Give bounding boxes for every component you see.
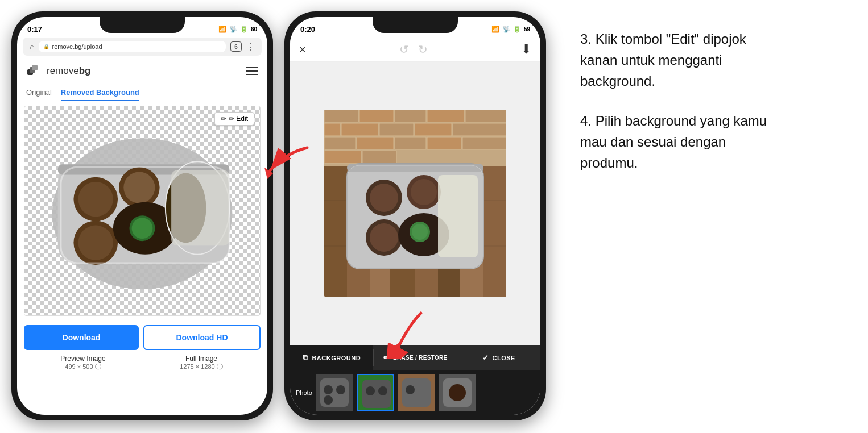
photo-label: Photo <box>296 389 312 396</box>
svg-point-69 <box>324 395 333 405</box>
svg-rect-39 <box>341 123 378 136</box>
url-bar[interactable]: 🔒 remove.bg/upload <box>39 41 226 52</box>
svg-point-76 <box>406 385 415 394</box>
edited-image <box>324 110 506 297</box>
image-area: ✏ ✏ Edit <box>24 106 261 316</box>
download-hd-button[interactable]: Download HD <box>143 325 261 350</box>
more-menu-icon[interactable]: ⋮ <box>246 41 255 52</box>
app-logo: removebg <box>26 65 90 77</box>
svg-rect-35 <box>359 110 394 122</box>
photo-thumb-3[interactable] <box>398 374 435 411</box>
photo-strip: Photo <box>290 370 540 415</box>
logo-icon <box>26 65 42 77</box>
app-header: removebg <box>17 60 267 82</box>
svg-rect-43 <box>324 123 340 136</box>
svg-point-7 <box>78 182 113 216</box>
svg-rect-50 <box>362 151 396 163</box>
svg-point-68 <box>336 385 345 394</box>
home-icon[interactable]: ⌂ <box>30 42 34 51</box>
svg-point-73 <box>378 386 387 395</box>
background-tab[interactable]: ⧉ BACKGROUND <box>290 345 373 370</box>
instructions-panel: 3. Klik tombol "Edit" dipojok kanan untu… <box>557 11 785 202</box>
svg-rect-46 <box>395 137 426 149</box>
redo-icon[interactable]: ↻ <box>418 43 428 56</box>
layers-icon: ⧉ <box>303 353 309 363</box>
step-3-text: 3. Klik tombol "Edit" dipojok kanan untu… <box>580 28 768 92</box>
svg-rect-75 <box>402 378 431 407</box>
svg-rect-44 <box>324 137 356 149</box>
signal-icon: 📶 <box>218 26 226 33</box>
wifi-icon: 📡 <box>229 26 237 33</box>
svg-rect-40 <box>379 123 414 136</box>
svg-point-17 <box>132 218 153 239</box>
signal-icon-2: 📶 <box>491 26 499 33</box>
red-arrow-2 <box>381 307 438 361</box>
svg-rect-48 <box>462 137 506 149</box>
undo-icon[interactable]: ↺ <box>399 43 409 56</box>
full-label: Full Image <box>142 355 261 363</box>
close-icon[interactable]: × <box>299 43 306 56</box>
svg-rect-71 <box>362 380 391 408</box>
edited-product-image <box>324 110 506 297</box>
download-icon[interactable]: ⬇ <box>521 42 531 57</box>
svg-rect-2 <box>32 65 38 70</box>
step-4-text: 4. Pilih background yang kamu mau dan se… <box>580 110 768 174</box>
full-size: 1275 × 1280 ⓘ <box>142 363 261 371</box>
time-1: 0:17 <box>27 25 42 34</box>
red-arrow-1 <box>262 142 313 184</box>
download-button[interactable]: Download <box>24 325 139 350</box>
svg-rect-41 <box>415 123 452 136</box>
lock-icon: 🔒 <box>43 44 49 49</box>
url-text: remove.bg/upload <box>52 43 102 50</box>
svg-rect-64 <box>347 165 483 269</box>
checkmark-icon: ✓ <box>482 353 489 362</box>
svg-rect-45 <box>357 137 394 149</box>
download-section: Download Download HD <box>17 320 267 355</box>
svg-point-9 <box>123 172 155 203</box>
photo-thumb-4[interactable] <box>439 374 476 411</box>
svg-rect-36 <box>395 110 426 122</box>
preview-size: 499 × 500 ⓘ <box>24 363 142 371</box>
editor-tools: ↺ ↻ <box>399 43 428 56</box>
logo-remove: remove <box>47 65 79 76</box>
svg-point-11 <box>78 226 113 260</box>
preview-meta: Preview Image 499 × 500 ⓘ <box>24 355 142 371</box>
editor-header: × ↺ ↻ ⬇ <box>290 38 540 62</box>
tab-count[interactable]: 6 <box>230 41 242 52</box>
tab-removed-background[interactable]: Removed Background <box>61 88 139 101</box>
battery-icon-2: 🔋 <box>513 26 521 33</box>
phone-2: 0:20 📶 📡 🔋 59 × ↺ ↻ ⬇ <box>284 11 546 420</box>
browser-bar: ⌂ 🔒 remove.bg/upload 6 ⋮ <box>23 38 262 56</box>
svg-point-67 <box>324 385 333 394</box>
svg-rect-15 <box>171 170 229 245</box>
battery-icon: 🔋 <box>240 26 248 33</box>
image-meta: Preview Image 499 × 500 ⓘ Full Image 127… <box>17 355 267 371</box>
photo-thumb-1[interactable] <box>316 374 353 411</box>
logo-bg: bg <box>79 65 91 76</box>
battery-level: 60 <box>251 26 257 32</box>
wifi-icon-2: 📡 <box>502 26 510 33</box>
product-image <box>24 106 260 315</box>
svg-point-79 <box>449 384 466 401</box>
hamburger-menu[interactable] <box>246 67 258 75</box>
pencil-icon: ✏ <box>221 115 226 123</box>
svg-rect-37 <box>427 110 464 122</box>
editor-canvas <box>290 62 540 345</box>
svg-rect-47 <box>427 137 461 149</box>
battery-level-2: 59 <box>524 26 530 32</box>
svg-rect-38 <box>465 110 506 122</box>
svg-rect-49 <box>324 151 361 163</box>
edit-button[interactable]: ✏ ✏ Edit <box>214 112 254 126</box>
full-meta: Full Image 1275 × 1280 ⓘ <box>142 355 261 371</box>
svg-rect-34 <box>324 110 358 122</box>
phone-1: 0:17 📶 📡 🔋 60 ⌂ 🔒 remove.bg/upload <box>11 11 273 420</box>
image-tabs: Original Removed Background <box>17 82 267 101</box>
svg-rect-42 <box>453 123 506 136</box>
close-tab[interactable]: ✓ CLOSE <box>457 345 540 370</box>
photo-thumb-2[interactable] <box>357 374 394 411</box>
time-2: 0:20 <box>300 25 315 34</box>
tab-original[interactable]: Original <box>26 88 52 101</box>
svg-point-72 <box>366 386 375 395</box>
preview-label: Preview Image <box>24 355 142 363</box>
